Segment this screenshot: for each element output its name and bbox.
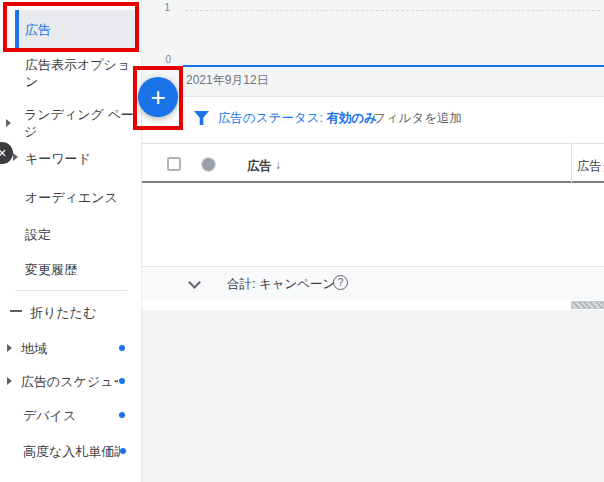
sidebar-item-devices[interactable]: デバイス [23,407,76,424]
sidebar-item-advanced-bid-adj[interactable]: 高度な入札単価調整 [23,443,120,460]
help-circle-icon[interactable]: ? [333,275,348,290]
sidebar-item-ad-extensions[interactable]: 広告表示オプション [25,56,138,90]
status-filter-label: 広告のステータス: [218,111,323,125]
sidebar-divider [15,290,127,291]
chevron-down-icon[interactable] [188,276,201,289]
column-header-ad[interactable]: 広告 [247,158,272,175]
sidebar-item-ads[interactable]: 広告 [15,10,138,49]
notification-dot-icon [119,412,125,418]
sidebar-item-ad-schedule[interactable]: 広告のスケジュール [21,373,118,390]
notification-dot-icon [119,378,125,384]
chart-date-label: 2021年9月12日 [186,72,269,89]
sidebar-item-landing-pages[interactable]: ランディング ページ [24,106,137,140]
horizontal-scrollbar [142,300,604,310]
sidebar-item-ads-label: 広告 [25,21,51,39]
sidebar-item-settings[interactable]: 設定 [25,226,51,243]
select-all-checkbox[interactable] [167,157,181,171]
y-axis-tick-1: 1 [156,2,170,13]
filter-bar: 広告のステータス: 有効のみ フィルタを追加 [142,97,604,143]
table-header-row: 広告 ↓ 広告グ [142,143,604,183]
sidebar-item-audiences[interactable]: オーディエンス [25,189,118,206]
status-filter-chip[interactable]: 広告のステータス: 有効のみ [218,110,377,127]
column-header-ad-group[interactable]: 広告グ [577,158,604,175]
sort-descending-icon[interactable]: ↓ [275,158,281,172]
plus-icon: + [150,84,165,110]
sidebar-item-change-history[interactable]: 変更履歴 [25,261,77,278]
sidebar: 広告 広告表示オプション ランディング ページ キーワード オーディエンス 設定… [0,0,142,482]
sidebar-item-keywords[interactable]: キーワード [25,150,91,167]
expand-arrow-icon[interactable] [7,377,12,385]
active-indicator-bar [15,10,19,49]
filter-funnel-icon[interactable] [194,111,209,125]
status-circle-icon [202,158,215,171]
table-body-empty [142,183,604,266]
summary-total-label: 合計: キャンペーン [227,276,335,293]
sidebar-item-collapse[interactable]: 折りたたむ [30,304,96,321]
google-ads-screen: 広告 広告表示オプション ランディング ページ キーワード オーディエンス 設定… [0,0,604,482]
main-content: 1 0 2021年9月12日 広告のステータス: 有効のみ フィルタを追加 広告… [142,0,604,482]
collapse-minus-icon [10,310,22,312]
page-background [142,310,604,482]
scrollbar-thumb[interactable] [571,301,604,309]
expand-arrow-icon[interactable] [13,153,18,161]
chart-series-line [183,65,604,67]
y-axis-tick-0: 0 [157,54,171,65]
summary-row: 合計: キャンペーン ? [142,266,604,300]
performance-chart: 1 0 2021年9月12日 [142,0,604,97]
notification-dot-icon [119,345,125,351]
notification-dot-icon [120,448,126,454]
status-filter-value: 有効のみ [326,111,377,125]
expand-arrow-icon[interactable] [7,344,12,352]
add-filter-button[interactable]: フィルタを追加 [373,110,462,127]
add-ad-fab-button[interactable]: + [138,77,178,117]
chart-gridline [185,10,600,11]
expand-arrow-icon[interactable] [6,119,11,127]
sidebar-item-locations[interactable]: 地域 [21,340,47,357]
close-icon: ✕ [0,147,7,160]
